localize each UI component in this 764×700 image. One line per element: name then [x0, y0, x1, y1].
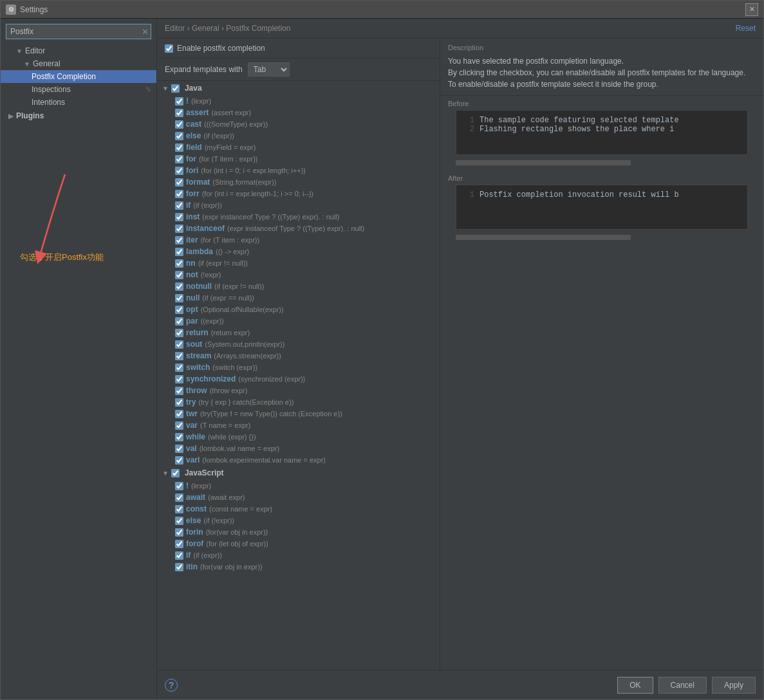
java-item-lambda[interactable]: lambda (() -> expr): [157, 246, 440, 257]
enable-postfix-checkbox[interactable]: [165, 44, 173, 53]
java-item-field-checkbox[interactable]: [175, 143, 183, 152]
sidebar-item-inspections[interactable]: Inspections ✎: [1, 83, 156, 96]
java-item-forr-checkbox[interactable]: [175, 190, 183, 198]
before-scrollbar[interactable]: [456, 160, 748, 165]
cancel-button[interactable]: Cancel: [658, 677, 707, 694]
java-section-header[interactable]: ▼ Java: [157, 81, 440, 95]
java-item-sout-checkbox[interactable]: [175, 340, 183, 349]
after-scrollbar[interactable]: [456, 235, 748, 240]
sidebar-item-intentions[interactable]: Intentions: [1, 96, 156, 109]
java-item-varl[interactable]: varl (lombok.experimental.var name = exp…: [157, 454, 440, 466]
js-item-const[interactable]: const (const name = expr): [157, 503, 440, 515]
java-item-varl-checkbox[interactable]: [175, 456, 183, 465]
java-item-cast-checkbox[interactable]: [175, 120, 183, 129]
sidebar-item-postfix[interactable]: Postfix Completion: [1, 70, 156, 83]
java-item-notnull[interactable]: notnull (if (expr != null)): [157, 281, 440, 292]
search-input[interactable]: [6, 24, 151, 39]
js-item-forin-checkbox[interactable]: [175, 528, 183, 537]
js-item-await[interactable]: await (await expr): [157, 492, 440, 503]
java-item-lambda-checkbox[interactable]: [175, 248, 183, 256]
js-item-not[interactable]: ! (lexpr): [157, 480, 440, 492]
java-item-return[interactable]: return (return expr): [157, 327, 440, 338]
js-item-if-checkbox[interactable]: [175, 551, 183, 560]
java-item-else-checkbox[interactable]: [175, 132, 183, 140]
js-item-itin[interactable]: itin (for(var obj in expr)): [157, 561, 440, 573]
java-item-var[interactable]: var (T name = expr): [157, 419, 440, 431]
expand-key-select[interactable]: Tab Space Enter: [248, 62, 290, 77]
ok-button[interactable]: OK: [617, 677, 653, 694]
java-item-iter-checkbox[interactable]: [175, 236, 183, 244]
java-item-assert[interactable]: assert (assert expr): [157, 107, 440, 118]
java-item-try-checkbox[interactable]: [175, 398, 183, 407]
java-item-forr[interactable]: forr (for (int i = expr.length-1; i >= 0…: [157, 188, 440, 199]
java-item-if[interactable]: if (if (expr)): [157, 199, 440, 211]
java-item-return-checkbox[interactable]: [175, 329, 183, 337]
js-item-forin[interactable]: forin (for(var obj in expr)): [157, 526, 440, 538]
js-item-else-checkbox[interactable]: [175, 517, 183, 525]
apply-button[interactable]: Apply: [712, 677, 756, 694]
java-item-fori-checkbox[interactable]: [175, 167, 183, 175]
js-section-checkbox[interactable]: [171, 469, 180, 477]
java-item-synchronized-checkbox[interactable]: [175, 375, 183, 383]
java-item-opt[interactable]: opt (Optional.ofNullable(expr)): [157, 304, 440, 315]
java-item-null[interactable]: null (if (expr == null)): [157, 292, 440, 304]
java-item-for[interactable]: for (for (T item : expr)): [157, 153, 440, 165]
java-item-while[interactable]: while (while (expr) {}): [157, 431, 440, 443]
js-item-if[interactable]: if (if (expr)): [157, 549, 440, 561]
java-section-checkbox[interactable]: [171, 84, 180, 93]
java-item-var-checkbox[interactable]: [175, 421, 183, 430]
java-item-notnull-checkbox[interactable]: [175, 282, 183, 291]
java-item-not-checkbox[interactable]: [175, 97, 183, 106]
java-item-par[interactable]: par ((expr)): [157, 315, 440, 327]
java-item-for-checkbox[interactable]: [175, 155, 183, 163]
java-item-synchronized[interactable]: synchronized (synchronized (expr)): [157, 373, 440, 385]
java-item-stream-checkbox[interactable]: [175, 352, 183, 360]
java-item-val[interactable]: val (lombok.val name = expr): [157, 443, 440, 454]
java-item-fori[interactable]: fori (for (int i = 0; i < expr.length; i…: [157, 165, 440, 176]
js-section-header[interactable]: ▼ JavaScript: [157, 466, 440, 480]
java-item-not2-checkbox[interactable]: [175, 271, 183, 279]
java-item-switch-checkbox[interactable]: [175, 364, 183, 372]
java-item-assert-checkbox[interactable]: [175, 109, 183, 117]
java-item-if-checkbox[interactable]: [175, 201, 183, 210]
search-clear-button[interactable]: ✕: [142, 27, 149, 37]
js-item-not-checkbox[interactable]: [175, 482, 183, 490]
java-item-null-checkbox[interactable]: [175, 294, 183, 302]
java-item-throw[interactable]: throw (throw expr): [157, 385, 440, 396]
java-item-instanceof[interactable]: instanceof (expr instanceof Type ? ((Typ…: [157, 223, 440, 234]
java-item-cast[interactable]: cast (((SomeType) expr)): [157, 118, 440, 130]
java-item-not[interactable]: ! (lexpr): [157, 95, 440, 107]
sidebar-item-editor[interactable]: ▼ Editor: [1, 44, 156, 57]
java-item-stream[interactable]: stream (Arrays.stream(expr)): [157, 350, 440, 362]
java-item-else[interactable]: else (if (!expr)): [157, 130, 440, 142]
java-item-while-checkbox[interactable]: [175, 433, 183, 441]
java-item-nn-checkbox[interactable]: [175, 259, 183, 268]
js-item-else[interactable]: else (if (!expr)): [157, 515, 440, 526]
java-item-switch[interactable]: switch (switch (expr)): [157, 362, 440, 373]
java-item-opt-checkbox[interactable]: [175, 306, 183, 314]
java-item-not2[interactable]: not (!expr): [157, 269, 440, 281]
java-item-format-checkbox[interactable]: [175, 178, 183, 187]
java-item-val-checkbox[interactable]: [175, 445, 183, 453]
java-item-instanceof-checkbox[interactable]: [175, 225, 183, 233]
enable-postfix-label[interactable]: Enable postfix completion: [177, 44, 265, 53]
java-item-nn[interactable]: nn (if (expr != null)): [157, 257, 440, 269]
reset-link[interactable]: Reset: [736, 24, 756, 33]
java-item-sout[interactable]: sout (System.out.println(expr)): [157, 338, 440, 350]
help-icon[interactable]: ?: [165, 679, 178, 692]
close-button[interactable]: ✕: [745, 3, 758, 16]
js-item-forof[interactable]: forof (for (let obj of expr)): [157, 538, 440, 549]
js-item-await-checkbox[interactable]: [175, 493, 183, 502]
java-item-iter[interactable]: iter (for (T item : expr)): [157, 234, 440, 246]
java-item-field[interactable]: field (myField = expr): [157, 142, 440, 153]
java-item-twr[interactable]: twr (try(Type f = new Type()) catch (Exc…: [157, 408, 440, 419]
java-item-par-checkbox[interactable]: [175, 317, 183, 326]
java-item-try[interactable]: try (try { exp } catch(Exception e)): [157, 396, 440, 408]
java-item-format[interactable]: format (String.format(expr)): [157, 176, 440, 188]
java-item-inst-checkbox[interactable]: [175, 213, 183, 221]
java-item-inst[interactable]: inst (expr instanceof Type ? ((Type) exp…: [157, 211, 440, 223]
js-item-const-checkbox[interactable]: [175, 505, 183, 513]
sidebar-item-plugins[interactable]: ▶ Plugins: [1, 109, 156, 123]
java-item-throw-checkbox[interactable]: [175, 387, 183, 395]
java-item-twr-checkbox[interactable]: [175, 410, 183, 418]
